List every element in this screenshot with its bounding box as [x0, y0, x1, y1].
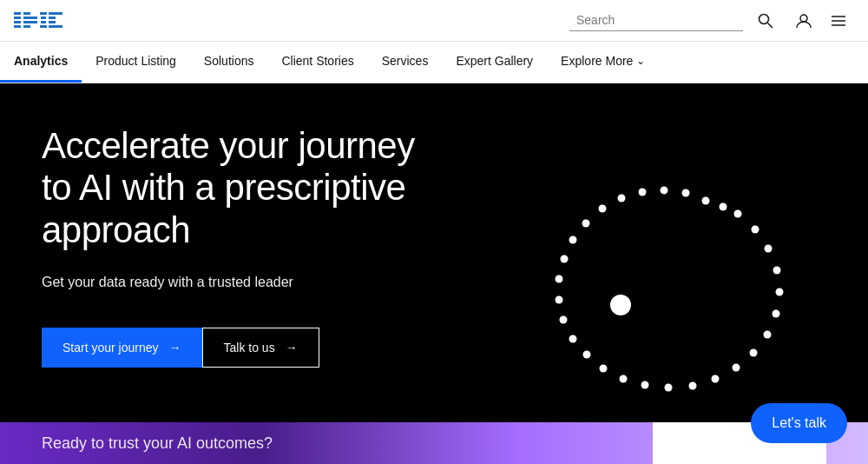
svg-point-45 [582, 220, 590, 228]
svg-point-46 [599, 205, 607, 213]
svg-rect-9 [41, 17, 46, 19]
svg-point-30 [750, 349, 758, 357]
nav-bar: Analytics Product Listing Solutions Clie… [0, 42, 868, 83]
svg-rect-14 [49, 21, 56, 23]
talk-to-us-button[interactable]: Talk to us → [202, 328, 319, 368]
bottom-strip: Ready to trust your AI outcomes? [0, 422, 868, 464]
svg-rect-7 [23, 25, 30, 28]
svg-point-41 [556, 296, 563, 304]
lets-talk-button[interactable]: Let's talk [751, 403, 847, 443]
svg-rect-15 [49, 25, 62, 28]
svg-point-29 [764, 331, 772, 339]
svg-point-16 [760, 14, 769, 23]
nav-item-explore-more[interactable]: Explore More ⌄ [547, 42, 659, 83]
svg-point-37 [600, 365, 608, 373]
svg-rect-6 [23, 21, 37, 23]
svg-point-35 [641, 381, 649, 389]
svg-rect-2 [14, 21, 21, 23]
svg-point-31 [733, 364, 740, 372]
svg-point-43 [561, 255, 569, 263]
ibm-logo [14, 10, 64, 31]
hero-subtitle: Get your data ready with a trusted leade… [42, 272, 432, 293]
nav-item-client-stories[interactable]: Client Stories [267, 42, 367, 83]
svg-point-22 [610, 295, 631, 315]
arrow-icon: → [169, 341, 181, 355]
search-icon [757, 12, 774, 30]
arrow-icon-2: → [286, 341, 298, 355]
svg-point-38 [583, 351, 591, 359]
chevron-down-icon: ⌄ [636, 55, 645, 67]
svg-point-50 [682, 189, 690, 197]
top-bar [0, 0, 868, 42]
svg-point-48 [639, 189, 647, 196]
svg-point-28 [773, 310, 780, 318]
svg-point-24 [752, 226, 760, 234]
svg-point-26 [773, 267, 781, 275]
bottom-strip-text: Ready to trust your AI outcomes? [42, 434, 273, 453]
user-icon [795, 12, 812, 30]
svg-point-23 [734, 210, 742, 218]
search-container [64, 5, 854, 36]
svg-point-25 [765, 245, 773, 253]
svg-rect-10 [41, 21, 46, 23]
svg-point-34 [665, 384, 673, 392]
svg-point-51 [702, 197, 710, 205]
svg-rect-4 [23, 12, 30, 15]
svg-point-44 [569, 236, 577, 244]
svg-point-52 [720, 203, 727, 211]
svg-point-40 [560, 316, 568, 324]
hero-title: Accelerate your journey to AI with a pre… [42, 125, 432, 251]
dots-circle-svg [469, 136, 799, 414]
hero-buttons: Start your journey → Talk to us → [42, 328, 432, 368]
nav-item-product-listing[interactable]: Product Listing [82, 42, 190, 83]
svg-point-18 [800, 15, 807, 22]
start-journey-label: Start your journey [62, 341, 159, 355]
svg-rect-8 [40, 12, 47, 15]
talk-to-us-label: Talk to us [224, 341, 275, 355]
start-journey-button[interactable]: Start your journey → [42, 328, 202, 368]
top-icons [788, 5, 854, 36]
search-button[interactable] [750, 5, 781, 36]
hero-section: Accelerate your journey to AI with a pre… [0, 83, 868, 422]
svg-line-17 [768, 23, 773, 28]
svg-point-47 [618, 195, 626, 202]
svg-point-27 [776, 288, 784, 296]
svg-rect-5 [23, 17, 37, 19]
hero-visual [469, 136, 799, 422]
svg-point-39 [569, 335, 577, 343]
svg-point-33 [689, 382, 697, 390]
svg-point-49 [661, 187, 668, 195]
search-input[interactable] [576, 13, 736, 27]
menu-icon [830, 12, 847, 30]
nav-item-services[interactable]: Services [368, 42, 443, 83]
svg-rect-13 [49, 17, 56, 19]
svg-rect-12 [49, 12, 62, 15]
explore-more-label: Explore More [561, 54, 633, 68]
svg-point-36 [620, 375, 628, 383]
user-button[interactable] [788, 5, 819, 36]
hero-content: Accelerate your journey to AI with a pre… [42, 125, 432, 368]
nav-item-expert-gallery[interactable]: Expert Gallery [442, 42, 547, 83]
svg-point-42 [556, 275, 563, 283]
search-box [569, 10, 743, 31]
svg-rect-0 [14, 12, 21, 15]
nav-item-solutions[interactable]: Solutions [190, 42, 268, 83]
svg-rect-3 [14, 25, 21, 28]
svg-rect-1 [14, 17, 21, 19]
svg-point-32 [712, 375, 720, 383]
svg-rect-11 [40, 25, 47, 28]
nav-item-analytics[interactable]: Analytics [0, 42, 82, 83]
menu-button[interactable] [823, 5, 854, 36]
